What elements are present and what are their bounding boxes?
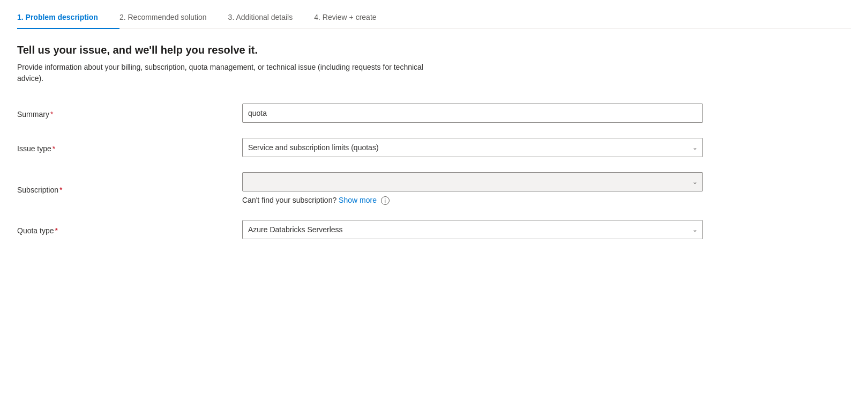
issue-type-select[interactable]: Service and subscription limits (quotas)… <box>242 138 703 157</box>
subscription-select-wrapper: ⌄ <box>242 172 703 191</box>
issue-type-row: Issue type* Service and subscription lim… <box>17 138 851 157</box>
summary-row: Summary* <box>17 104 851 123</box>
subscription-required-star: * <box>59 186 62 194</box>
subscription-row: Subscription* ⌄ Can't find your subscrip… <box>17 172 851 205</box>
problem-description-form: Summary* Issue type* Service and subscri… <box>17 104 851 239</box>
issue-type-select-wrapper: Service and subscription limits (quotas)… <box>242 138 703 157</box>
quota-type-row: Quota type* Azure Databricks Serverless … <box>17 220 851 239</box>
summary-input[interactable] <box>242 104 703 123</box>
page-title: Tell us your issue, and we'll help you r… <box>17 44 851 56</box>
subscription-label: Subscription* <box>17 183 242 194</box>
subscription-helper: Can't find your subscription? Show more … <box>242 196 703 205</box>
step-additional-details[interactable]: 3. Additional details <box>228 13 315 28</box>
step-review-create[interactable]: 4. Review + create <box>314 13 398 28</box>
summary-control <box>242 104 703 123</box>
subscription-select[interactable] <box>242 172 703 191</box>
page-description: Provide information about your billing, … <box>17 62 435 84</box>
quota-type-required-star: * <box>55 226 58 235</box>
step-recommended-solution[interactable]: 2. Recommended solution <box>119 13 228 28</box>
quota-type-select[interactable]: Azure Databricks Serverless <box>242 220 703 239</box>
issue-type-control: Service and subscription limits (quotas)… <box>242 138 703 157</box>
wizard-steps: 1. Problem description 2. Recommended so… <box>17 13 851 29</box>
step-problem-description[interactable]: 1. Problem description <box>17 13 119 29</box>
quota-type-select-wrapper: Azure Databricks Serverless ⌄ <box>242 220 703 239</box>
subscription-info-icon[interactable]: i <box>381 196 390 205</box>
issue-type-label: Issue type* <box>17 142 242 153</box>
summary-required-star: * <box>50 110 53 119</box>
show-more-link[interactable]: Show more <box>339 196 379 204</box>
subscription-control: ⌄ Can't find your subscription? Show mor… <box>242 172 703 205</box>
quota-type-control: Azure Databricks Serverless ⌄ <box>242 220 703 239</box>
summary-label: Summary* <box>17 108 242 119</box>
issue-type-required-star: * <box>53 144 55 153</box>
quota-type-label: Quota type* <box>17 224 242 235</box>
